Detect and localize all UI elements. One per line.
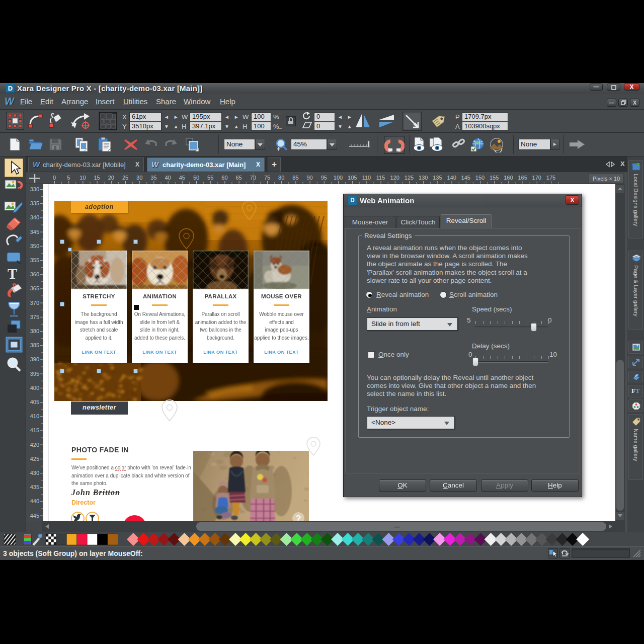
- svg-text:370: 370: [30, 300, 39, 306]
- svg-text:75: 75: [264, 175, 270, 181]
- svg-text:55: 55: [207, 175, 213, 181]
- svg-text:385: 385: [30, 342, 39, 348]
- svg-text:120: 120: [390, 175, 399, 181]
- svg-text:155: 155: [490, 175, 499, 181]
- svg-text:145: 145: [461, 175, 470, 181]
- svg-text:100: 100: [334, 175, 343, 181]
- svg-text:415: 415: [30, 427, 39, 433]
- svg-text:130: 130: [419, 175, 428, 181]
- svg-text:50: 50: [193, 175, 199, 181]
- svg-text:90: 90: [306, 175, 312, 181]
- svg-text:0: 0: [53, 175, 56, 181]
- svg-text:110: 110: [362, 175, 371, 181]
- svg-text:95: 95: [321, 175, 327, 181]
- svg-text:10: 10: [79, 175, 86, 181]
- svg-text:85: 85: [292, 175, 298, 181]
- svg-text:40: 40: [165, 175, 171, 181]
- svg-text:135: 135: [433, 175, 442, 181]
- svg-text:170: 170: [532, 175, 541, 181]
- svg-text:30: 30: [136, 175, 142, 181]
- svg-text:360: 360: [30, 271, 39, 277]
- svg-text:330: 330: [30, 186, 39, 192]
- svg-text:?: ?: [296, 514, 301, 521]
- svg-text:70: 70: [250, 175, 256, 181]
- svg-text:5: 5: [67, 175, 70, 181]
- svg-text:395: 395: [30, 371, 39, 377]
- svg-text:125: 125: [405, 175, 414, 181]
- svg-text:390: 390: [30, 356, 39, 362]
- svg-text:410: 410: [30, 413, 39, 419]
- svg-text:60: 60: [221, 175, 227, 181]
- svg-text:150: 150: [475, 175, 485, 181]
- svg-text:15: 15: [94, 175, 100, 181]
- svg-text:365: 365: [30, 285, 39, 291]
- svg-text:405: 405: [30, 399, 39, 405]
- svg-text:340: 340: [30, 214, 39, 220]
- svg-text:175: 175: [546, 175, 555, 181]
- svg-text:25: 25: [122, 175, 128, 181]
- svg-text:445: 445: [30, 513, 39, 519]
- svg-text:115: 115: [376, 175, 385, 181]
- svg-text:435: 435: [30, 484, 39, 490]
- svg-text:45: 45: [179, 175, 185, 181]
- svg-text:105: 105: [348, 175, 357, 181]
- svg-text:355: 355: [30, 257, 39, 263]
- svg-text:35: 35: [150, 175, 156, 181]
- svg-text:335: 335: [30, 200, 39, 206]
- svg-text:65: 65: [235, 175, 242, 181]
- svg-text:400: 400: [30, 385, 39, 391]
- svg-text:420: 420: [30, 442, 39, 448]
- svg-text:140: 140: [447, 175, 456, 181]
- svg-text:165: 165: [518, 175, 527, 181]
- svg-text:425: 425: [30, 456, 39, 462]
- svg-text:375: 375: [30, 314, 39, 320]
- svg-text:160: 160: [504, 175, 513, 181]
- svg-text:20: 20: [108, 175, 114, 181]
- svg-text:345: 345: [30, 229, 39, 235]
- svg-text:380: 380: [30, 328, 39, 334]
- svg-text:430: 430: [30, 470, 39, 476]
- svg-text:350: 350: [30, 243, 39, 249]
- svg-text:440: 440: [30, 498, 39, 504]
- svg-text:80: 80: [278, 175, 284, 181]
